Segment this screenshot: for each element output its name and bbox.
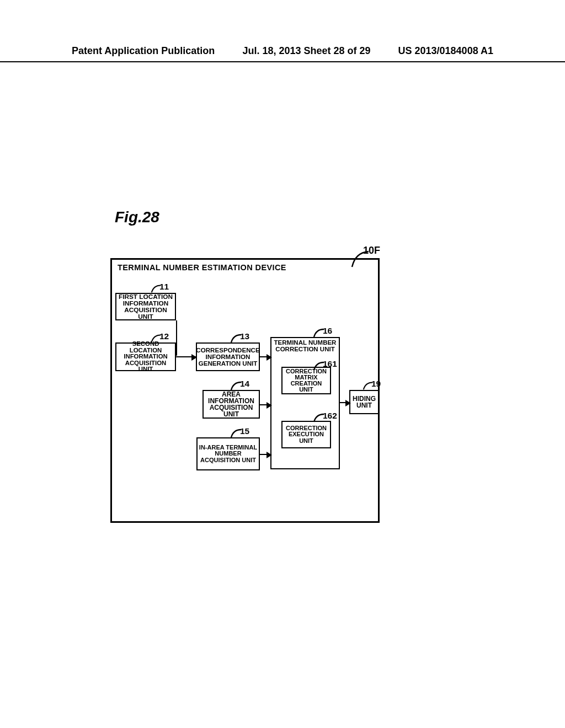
- lead-line-icon: [313, 326, 325, 338]
- arrow-icon: [176, 356, 196, 357]
- header-center: Jul. 18, 2013 Sheet 28 of 29: [242, 45, 370, 57]
- page-header: Patent Application Publication Jul. 18, …: [0, 45, 565, 62]
- first-location-info-acquisition-unit: FIRST LOCATION INFORMATION ACQUISITION U…: [115, 293, 176, 320]
- correction-execution-unit: CORRECTION EXECUTION UNIT: [281, 421, 331, 448]
- block-label: IN-AREA TERMINAL NUMBER ACQUISITION UNIT: [199, 445, 257, 463]
- hiding-unit: HIDING UNIT: [349, 390, 379, 414]
- terminal-number-correction-unit: TERMINAL NUMBER CORRECTION UNIT CORRECTI…: [270, 337, 340, 469]
- in-area-terminal-number-acquisition-unit: IN-AREA TERMINAL NUMBER ACQUISITION UNIT: [196, 437, 260, 470]
- block-label: CORRECTION EXECUTION UNIT: [286, 425, 327, 444]
- page: Patent Application Publication Jul. 18, …: [0, 0, 565, 728]
- device-title: TERMINAL NUMBER ESTIMATION DEVICE: [118, 263, 286, 272]
- arrow-icon: [260, 454, 271, 455]
- lead-line-icon: [363, 379, 374, 391]
- arrow-icon: [260, 404, 271, 405]
- lead-line-icon: [230, 379, 242, 391]
- block-label: CORRECTION MATRIX CREATION UNIT: [284, 368, 329, 393]
- block-label: SECOND LOCATION INFORMATION ACQUISITION …: [118, 341, 174, 373]
- block-label: HIDING UNIT: [353, 395, 376, 409]
- block-label: CORRESPONDENCE INFORMATION GENERATION UN…: [196, 347, 259, 366]
- block-label: FIRST LOCATION INFORMATION ACQUISITION U…: [118, 293, 174, 320]
- lead-line-icon: [230, 331, 242, 344]
- lead-line-icon: [313, 411, 325, 423]
- header-right: US 2013/0184008 A1: [398, 45, 493, 57]
- lead-line-icon: [230, 426, 242, 438]
- block-label: TERMINAL NUMBER CORRECTION UNIT: [271, 339, 339, 352]
- area-info-acquisition-unit: AREA INFORMATION ACQUISITION UNIT: [202, 390, 260, 419]
- arrow-icon: [340, 402, 350, 403]
- header-left: Patent Application Publication: [72, 45, 215, 57]
- lead-line-icon: [313, 359, 325, 371]
- lead-line-icon: [151, 282, 162, 294]
- figure-label: Fig.28: [115, 208, 159, 226]
- arrow-icon: [260, 356, 271, 357]
- connector-line: [176, 320, 177, 356]
- block-label: AREA INFORMATION ACQUISITION UNIT: [205, 391, 258, 418]
- second-location-info-acquisition-unit: SECOND LOCATION INFORMATION ACQUISITION …: [115, 342, 176, 371]
- correspondence-info-generation-unit: CORRESPONDENCE INFORMATION GENERATION UN…: [196, 342, 260, 371]
- device-container: TERMINAL NUMBER ESTIMATION DEVICE 11 FIR…: [110, 258, 380, 523]
